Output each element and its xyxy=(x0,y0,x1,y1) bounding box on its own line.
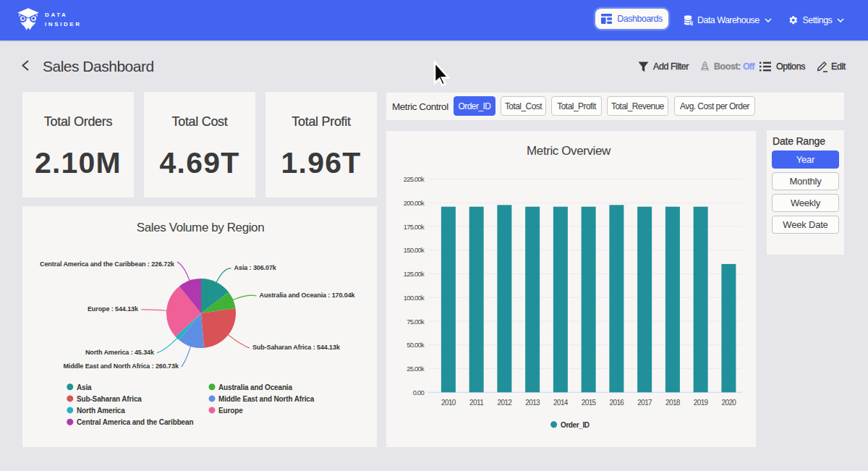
svg-text:2016: 2016 xyxy=(609,399,624,407)
svg-text:2018: 2018 xyxy=(665,399,681,407)
svg-text:225.00k: 225.00k xyxy=(404,175,425,183)
svg-text:0.00: 0.00 xyxy=(413,389,425,396)
svg-text:2017: 2017 xyxy=(637,399,652,407)
svg-text:Middle East and North Africa :: Middle East and North Africa : 260.73k xyxy=(63,362,179,370)
svg-text:Order_ID: Order_ID xyxy=(561,421,590,429)
svg-text:2020: 2020 xyxy=(721,399,736,407)
svg-text:2019: 2019 xyxy=(694,399,709,407)
svg-text:2012: 2012 xyxy=(497,399,512,407)
svg-text:North America: North America xyxy=(77,407,125,415)
svg-text:25.00k: 25.00k xyxy=(407,365,425,373)
svg-text:Sub-Saharan Africa : 544.13k: Sub-Saharan Africa : 544.13k xyxy=(252,344,341,351)
svg-text:Australia and Oceania : 170.04: Australia and Oceania : 170.04k xyxy=(260,292,356,299)
svg-text:Sub-Saharan Africa: Sub-Saharan Africa xyxy=(77,395,142,403)
svg-text:Middle East and North Africa: Middle East and North Africa xyxy=(218,395,315,403)
svg-text:50.00k: 50.00k xyxy=(407,341,425,349)
svg-text:2013: 2013 xyxy=(525,399,540,407)
svg-text:150.00k: 150.00k xyxy=(404,246,425,254)
svg-text:Europe : 544.13k: Europe : 544.13k xyxy=(88,305,139,313)
svg-text:175.00k: 175.00k xyxy=(404,223,425,231)
svg-text:Metric Overview: Metric Overview xyxy=(527,144,611,158)
svg-text:75.00k: 75.00k xyxy=(407,318,425,326)
svg-text:North America : 45.34k: North America : 45.34k xyxy=(85,349,155,356)
svg-text:Central America and the Caribb: Central America and the Caribbean xyxy=(77,418,193,426)
svg-text:2011: 2011 xyxy=(469,399,484,407)
svg-text:100.00k: 100.00k xyxy=(404,294,425,302)
svg-text:200.00k: 200.00k xyxy=(404,199,425,207)
svg-text:Central America and the Caribb: Central America and the Caribbean : 226.… xyxy=(40,260,175,268)
svg-text:Europe: Europe xyxy=(218,407,243,415)
svg-text:2015: 2015 xyxy=(582,399,597,407)
svg-text:Sales Volume by Region: Sales Volume by Region xyxy=(137,221,264,234)
svg-text:125.00k: 125.00k xyxy=(404,270,425,278)
svg-text:Asia : 306.07k: Asia : 306.07k xyxy=(234,264,277,271)
svg-text:2010: 2010 xyxy=(441,399,456,407)
svg-text:Australia and Oceania: Australia and Oceania xyxy=(218,383,292,391)
svg-text:Asia: Asia xyxy=(77,383,92,391)
svg-text:2014: 2014 xyxy=(553,399,569,407)
